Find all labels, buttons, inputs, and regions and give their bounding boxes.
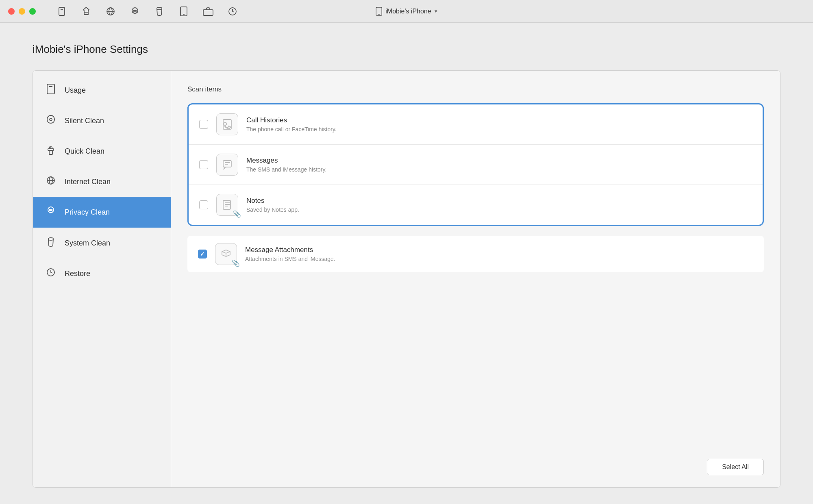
sidebar-item-internet-clean[interactable]: Internet Clean [33, 167, 171, 197]
messages-desc: The SMS and iMessage history. [246, 166, 326, 173]
privacy-clean-icon [45, 206, 57, 219]
internet-clean-icon [45, 176, 57, 188]
quick-clean-icon [45, 145, 57, 158]
window-controls [8, 8, 36, 15]
svg-line-39 [226, 252, 230, 253]
toolbar-backup-icon[interactable] [202, 6, 214, 17]
svg-line-38 [222, 252, 226, 253]
list-item: Messages The SMS and iMessage history. [189, 145, 763, 185]
toolbar-icons [56, 6, 238, 17]
titlebar: iMobie's iPhone ▾ [0, 0, 813, 23]
scan-items-label: Scan items [187, 85, 764, 93]
list-item: 📎 Notes Saved by Notes app. [189, 185, 763, 225]
content-area: Usage Silent Clean [33, 70, 780, 488]
sidebar-item-system-clean[interactable]: System Clean [33, 228, 171, 259]
sidebar-label-privacy-clean: Privacy Clean [65, 208, 110, 217]
scan-items-box: Call Histories The phone call or FaceTim… [187, 103, 764, 226]
sidebar-label-internet-clean: Internet Clean [65, 178, 111, 186]
sidebar-item-restore[interactable]: Restore [33, 259, 171, 289]
minimize-button[interactable] [19, 8, 25, 15]
toolbar-clean-icon[interactable] [80, 6, 92, 17]
messages-icon [216, 154, 238, 176]
sidebar: Usage Silent Clean [33, 71, 171, 487]
select-all-button[interactable]: Select All [707, 459, 764, 475]
attachment-overlay-icon: 📎 [233, 210, 241, 218]
sidebar-label-quick-clean: Quick Clean [65, 147, 104, 156]
bottom-bar: Select All [187, 451, 764, 475]
call-histories-checkbox[interactable] [199, 120, 208, 129]
svg-rect-15 [47, 84, 54, 94]
close-button[interactable] [8, 8, 15, 15]
device-chevron[interactable]: ▾ [435, 8, 437, 14]
svg-rect-34 [223, 200, 230, 209]
list-item: Call Histories The phone call or FaceTim… [189, 104, 763, 145]
list-item: 📎 Message Attachments Attachments in SMS… [187, 236, 764, 272]
notes-title: Notes [246, 197, 299, 205]
svg-rect-31 [223, 161, 231, 167]
toolbar-globe-icon[interactable] [105, 6, 116, 17]
notes-checkbox[interactable] [199, 200, 208, 209]
toolbar-usage-icon[interactable] [56, 6, 67, 17]
attachment-icon-overlay: 📎 [232, 259, 240, 267]
silent-clean-icon [45, 115, 57, 127]
messages-title: Messages [246, 156, 326, 165]
message-attachments-desc: Attachments in SMS and iMessage. [245, 256, 335, 262]
message-attachments-checkbox[interactable] [198, 250, 207, 259]
svg-rect-19 [49, 150, 52, 154]
toolbar-history-icon[interactable] [227, 6, 238, 17]
sidebar-label-silent-clean: Silent Clean [65, 117, 104, 125]
usage-icon [45, 84, 57, 97]
svg-point-17 [50, 118, 52, 121]
sidebar-item-usage[interactable]: Usage [33, 75, 171, 106]
device-icon [376, 7, 382, 16]
sidebar-item-quick-clean[interactable]: Quick Clean [33, 136, 171, 167]
sidebar-label-restore: Restore [65, 269, 90, 278]
message-attachments-title: Message Attachments [245, 246, 335, 254]
sidebar-label-system-clean: System Clean [65, 239, 110, 248]
svg-rect-0 [59, 7, 65, 15]
call-histories-title: Call Histories [246, 116, 337, 124]
messages-checkbox[interactable] [199, 160, 208, 169]
device-title: iMobie's iPhone [385, 8, 431, 15]
call-histories-desc: The phone call or FaceTime history. [246, 126, 337, 133]
page-title: iMobie's iPhone Settings [33, 43, 780, 56]
toolbar-system-icon[interactable] [154, 6, 165, 17]
svg-rect-11 [203, 10, 213, 15]
sidebar-item-privacy-clean[interactable]: Privacy Clean [33, 197, 171, 228]
maximize-button[interactable] [29, 8, 36, 15]
restore-icon [45, 267, 57, 280]
sidebar-item-silent-clean[interactable]: Silent Clean [33, 106, 171, 136]
message-attachments-icon: 📎 [215, 243, 237, 265]
toolbar-device-icon[interactable] [178, 6, 189, 17]
notes-icon: 📎 [216, 194, 238, 216]
sidebar-label-usage: Usage [65, 86, 86, 95]
main-content: iMobie's iPhone Settings Usage [0, 23, 813, 504]
system-clean-icon [45, 237, 57, 250]
toolbar-privacy-icon[interactable] [129, 6, 141, 17]
right-panel: Scan items Call Histories The phone call… [171, 71, 780, 487]
title-center: iMobie's iPhone ▾ [376, 7, 437, 16]
notes-desc: Saved by Notes app. [246, 206, 299, 213]
call-histories-icon [216, 113, 238, 135]
